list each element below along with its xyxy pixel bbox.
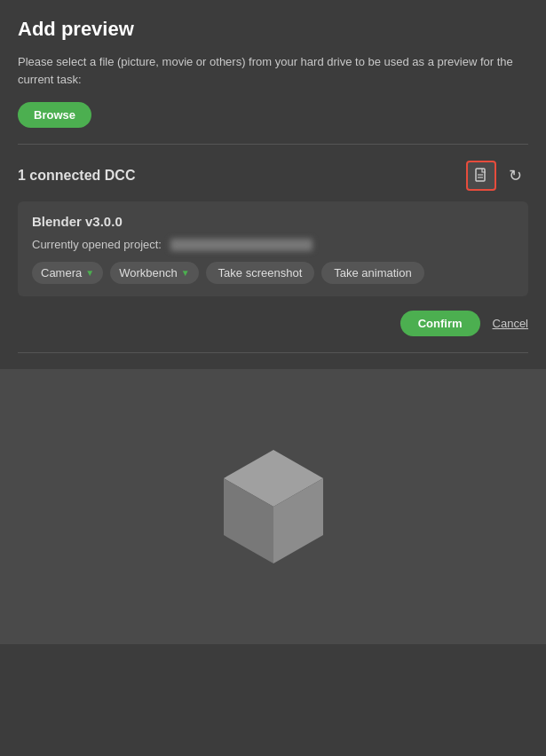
- dcc-name: Blender v3.0.0: [32, 214, 514, 229]
- main-container: Add preview Please select a file (pictur…: [0, 0, 546, 353]
- cube-preview: [202, 436, 344, 578]
- project-value-blurred: [170, 239, 313, 251]
- dcc-card: Blender v3.0.0 Currently opened project:…: [18, 201, 528, 296]
- camera-dropdown[interactable]: Camera ▼: [32, 262, 103, 284]
- refresh-button[interactable]: ↻: [502, 162, 528, 189]
- take-screenshot-button[interactable]: Take screenshot: [206, 262, 315, 284]
- refresh-icon: ↻: [509, 166, 522, 185]
- take-animation-button[interactable]: Take animation: [321, 262, 423, 284]
- project-label: Currently opened project:: [32, 238, 162, 251]
- dcc-header: 1 connected DCC ↻: [18, 161, 528, 191]
- workbench-arrow-icon: ▼: [181, 268, 190, 278]
- divider-2: [18, 352, 528, 353]
- cancel-button[interactable]: Cancel: [493, 317, 528, 330]
- workbench-dropdown[interactable]: Workbench ▼: [110, 262, 198, 284]
- controls-row: Camera ▼ Workbench ▼ Take screenshot Tak…: [32, 262, 514, 284]
- camera-arrow-icon: ▼: [85, 268, 94, 278]
- preview-area: [0, 369, 546, 644]
- project-row: Currently opened project:: [32, 238, 514, 251]
- divider-1: [18, 144, 528, 145]
- cube-svg: [202, 409, 344, 604]
- file-icon: [474, 168, 488, 184]
- page-title: Add preview: [18, 18, 528, 41]
- confirm-button[interactable]: Confirm: [400, 311, 480, 336]
- dcc-icons: ↻: [466, 161, 528, 191]
- confirm-row: Confirm Cancel: [18, 311, 528, 336]
- browse-button[interactable]: Browse: [18, 102, 91, 128]
- dcc-count-label: 1 connected DCC: [18, 168, 135, 184]
- camera-label: Camera: [41, 266, 82, 280]
- workbench-label: Workbench: [119, 266, 178, 280]
- screenshot-icon-button[interactable]: [466, 161, 496, 191]
- page-description: Please select a file (picture, movie or …: [18, 53, 528, 88]
